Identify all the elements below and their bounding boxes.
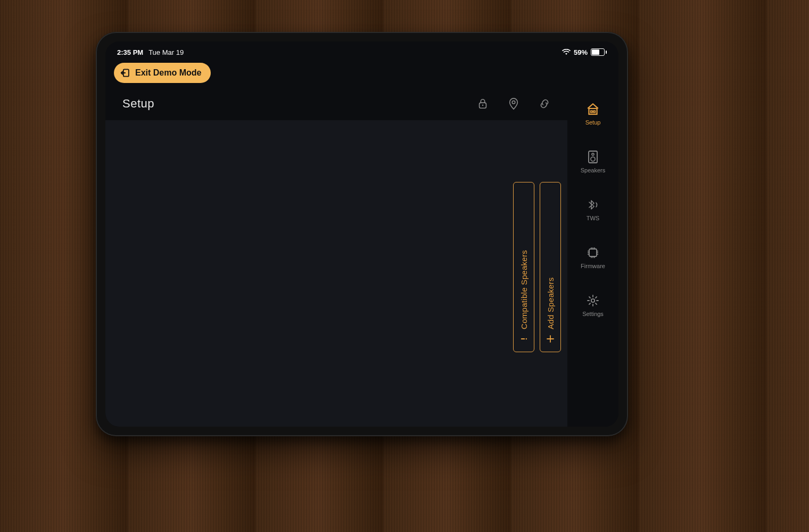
status-time: 2:35 PM (117, 48, 143, 56)
tablet-frame: 2:35 PM Tue Mar 19 59% (96, 32, 628, 436)
svg-rect-7 (591, 111, 592, 112)
status-date: Tue Mar 19 (148, 48, 184, 56)
svg-point-13 (591, 299, 595, 302)
nav-speakers-label: Speakers (581, 167, 605, 173)
home-icon (586, 102, 600, 116)
exit-icon (120, 68, 131, 78)
nav-tws[interactable]: TWS (572, 198, 614, 221)
battery-icon (591, 48, 607, 56)
page-title: Setup (122, 97, 154, 111)
nav-settings-label: Settings (582, 311, 604, 317)
svg-point-4 (526, 338, 527, 339)
content-panel: Compatible Speakers Add Speakers (105, 120, 567, 427)
speaker-icon (586, 150, 600, 164)
nav-rail: Setup Speakers (567, 87, 618, 427)
svg-rect-8 (593, 111, 595, 112)
nav-tws-label: TWS (587, 215, 599, 221)
compatible-speakers-label: Compatible Speakers (519, 190, 529, 329)
svg-rect-6 (589, 109, 597, 114)
battery-percent: 59% (574, 48, 588, 56)
app-area: Setup (105, 87, 618, 427)
gear-icon (586, 294, 600, 307)
plus-icon (545, 334, 556, 344)
status-bar: 2:35 PM Tue Mar 19 59% (105, 45, 618, 60)
svg-point-11 (591, 157, 595, 161)
add-speakers-tab[interactable]: Add Speakers (540, 182, 561, 352)
exit-demo-button[interactable]: Exit Demo Mode (114, 63, 211, 83)
bluetooth-pair-icon (586, 198, 600, 212)
nav-speakers[interactable]: Speakers (572, 150, 614, 173)
main-column: Setup (105, 87, 567, 427)
svg-rect-5 (521, 338, 525, 339)
nav-settings[interactable]: Settings (572, 294, 614, 317)
nav-firmware[interactable]: Firmware (572, 246, 614, 269)
chip-icon (586, 246, 600, 260)
svg-point-2 (482, 104, 484, 106)
svg-point-10 (592, 153, 594, 155)
nav-setup[interactable]: Setup (572, 102, 614, 126)
info-icon (518, 334, 529, 344)
nav-firmware-label: Firmware (581, 263, 605, 269)
page-header: Setup (105, 87, 567, 120)
lock-icon[interactable] (477, 98, 489, 110)
svg-point-3 (512, 101, 515, 104)
nav-setup-label: Setup (585, 119, 601, 126)
svg-rect-12 (589, 249, 597, 256)
location-pin-icon[interactable] (508, 98, 519, 110)
compatible-speakers-tab[interactable]: Compatible Speakers (513, 182, 534, 352)
wifi-icon (562, 49, 571, 55)
add-speakers-label: Add Speakers (546, 190, 555, 329)
link-icon[interactable] (539, 98, 550, 110)
exit-demo-label: Exit Demo Mode (135, 68, 201, 78)
screen: 2:35 PM Tue Mar 19 59% (105, 41, 618, 427)
